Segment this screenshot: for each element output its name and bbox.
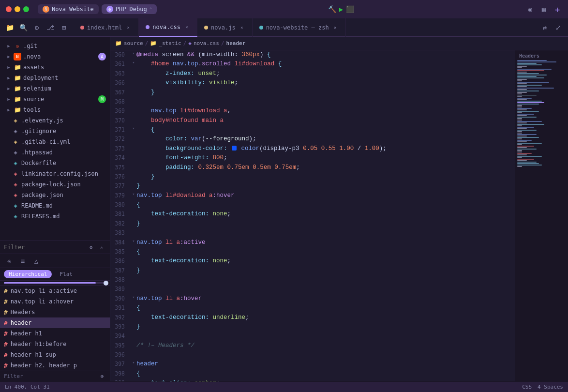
code-line-382: 382 } (110, 219, 515, 228)
settings-icon[interactable]: ⚙ (31, 22, 43, 33)
symbol-header-h1-before[interactable]: # header h1:before (0, 339, 110, 349)
symbol-nav-top-active[interactable]: # nav.top li a:active (0, 286, 110, 296)
expand-icon[interactable]: ⤢ (553, 22, 564, 33)
symbol-header[interactable]: # header (0, 317, 110, 328)
tab-nova-zsh-close[interactable]: × (332, 24, 339, 31)
fold-icon[interactable]: ▾ (132, 191, 135, 198)
titlebar-tab-debug[interactable]: ⚙ PHP Debug ⌃ (102, 4, 157, 14)
symbol-header-h1-sup[interactable]: # header h1 sup (0, 349, 110, 360)
maximize-button[interactable] (23, 6, 29, 12)
tree-item-package-lock[interactable]: ◈ package-lock.json (0, 179, 110, 190)
tree-item-tools[interactable]: ▶ 📁 tools (0, 105, 110, 115)
tab-nova-css[interactable]: nova.css × (139, 18, 197, 37)
filter-list-icon[interactable]: ≡ (17, 256, 28, 266)
filter-triangle-icon[interactable]: △ (31, 256, 42, 266)
fold-icon[interactable]: ▾ (132, 60, 135, 66)
hash-icon: # (4, 351, 8, 359)
fold-icon[interactable]: ▾ (132, 294, 135, 301)
tree-arrow-tools: ▶ (6, 107, 12, 112)
status-spaces[interactable]: 4 Spaces (538, 384, 563, 390)
tab-nova-js-close[interactable]: × (239, 24, 245, 31)
filter-tabs: Hierarchical Flat (0, 268, 110, 281)
folder-icon[interactable]: 📁 (4, 22, 15, 33)
tab-nova-css-close[interactable]: × (183, 24, 190, 30)
tree-label-linkinator: linkinator.config.json (21, 170, 98, 177)
tree-item-assets[interactable]: ▶ 📁 assets (0, 62, 110, 73)
line-content-374: font-weight: 800; (136, 153, 515, 163)
fold-icon[interactable]: ▾ (132, 125, 135, 132)
line-num-368: 368 (110, 97, 131, 106)
tree-item-releases[interactable]: ◈ RELEASES.md (0, 211, 110, 222)
code-editor[interactable]: 360 ▾ @media screen && (min-width: 360px… (110, 50, 515, 381)
tree-item-selenium[interactable]: ▶ 📁 selenium (0, 83, 110, 94)
code-line-379: 379 ▾ nav.top li#download a:hover (110, 191, 515, 200)
slider-track[interactable] (4, 282, 106, 284)
tree-item-package[interactable]: ◈ package.json (0, 190, 110, 200)
filter-asterisk-icon[interactable]: ✳ (4, 256, 15, 266)
sidebar-toolbar (0, 37, 110, 41)
tab-index-html[interactable]: index.html × (74, 18, 139, 37)
filter-expand-icon[interactable]: ⊕ (98, 373, 106, 380)
fold-icon[interactable]: ▾ (132, 50, 135, 57)
extensions-icon[interactable]: ⊞ (58, 22, 70, 33)
layout-icon[interactable]: ▦ (539, 4, 549, 14)
run-icon: ▶ (339, 5, 343, 13)
breadcrumb-source[interactable]: 📁 (115, 40, 122, 46)
tree-item-nova[interactable]: ▶ N .nova A (0, 51, 110, 62)
symbol-nav-top-hover[interactable]: # nav.top li a:hover (0, 296, 110, 307)
line-content-384: nav.top li a:active (136, 238, 515, 247)
tree-item-readme[interactable]: ◈ README.md (0, 200, 110, 211)
line-content-371: { (136, 125, 515, 135)
tree-item-source[interactable]: ▶ 📁 source M (0, 94, 110, 105)
tree-label-eleventy: .eleventy.js (21, 117, 63, 124)
line-num-397: 397 (110, 360, 131, 369)
eye-icon[interactable]: ◉ (525, 4, 535, 14)
split-icon[interactable]: ⇄ (539, 22, 551, 33)
filter-input[interactable] (4, 244, 85, 251)
filter-warning-icon[interactable]: ⚠ (97, 243, 106, 252)
git-icon[interactable]: ⎇ (45, 22, 56, 33)
file-icon-gitignore: ◈ (12, 127, 19, 135)
file-icon-htpasswd: ◈ (12, 149, 19, 156)
fold-icon[interactable]: ▾ (132, 360, 135, 366)
plus-icon[interactable]: + (553, 4, 562, 14)
line-content-360: @media screen && (min-width: 360px) { (136, 50, 515, 60)
line-content-390: nav.top li a:hover (136, 294, 515, 303)
tree-item-gitignore[interactable]: ◈ .gitignore (0, 126, 110, 136)
titlebar-tab-nova[interactable]: N Nova Website (38, 4, 99, 14)
fold-icon[interactable]: ▾ (132, 238, 135, 245)
breadcrumb-static-label: _static (159, 40, 181, 46)
line-num-384: 384 (110, 238, 131, 247)
symbol-headers[interactable]: # Headers (0, 307, 110, 317)
minimize-button[interactable] (15, 6, 20, 12)
filter-tab-flat[interactable]: Flat (55, 270, 77, 278)
tree-item-gitlab[interactable]: ◈ .gitlab-ci.yml (0, 136, 110, 147)
tree-item-deployment[interactable]: ▶ 📁 deployment (0, 73, 110, 83)
tree-item-eleventy[interactable]: ◈ .eleventy.js (0, 115, 110, 126)
close-button[interactable] (6, 6, 12, 12)
code-line-397: 397 ▾ header (110, 360, 515, 369)
tab-nova-zsh[interactable]: nova-website – zsh × (253, 18, 346, 37)
tree-item-git[interactable]: ▶ ⊙ .git (0, 41, 110, 51)
tab-index-html-close[interactable]: × (125, 24, 132, 31)
filter-tab-hierarchical[interactable]: Hierarchical (4, 270, 52, 278)
tree-item-dockerfile[interactable]: ◈ Dockerfile (0, 158, 110, 168)
search-icon[interactable]: 🔍 (17, 22, 29, 33)
slider-thumb[interactable] (104, 281, 108, 286)
folder-icon-deployment: 📁 (14, 74, 21, 82)
tab-nova-js-label: nova.js (211, 24, 236, 31)
tree-item-htpasswd[interactable]: ◈ .htpasswd (0, 147, 110, 158)
symbol-header-h1[interactable]: # header h1 (0, 328, 110, 339)
tree-label-releases: RELEASES.md (21, 213, 60, 220)
line-num-394: 394 (110, 332, 131, 341)
status-language[interactable]: CSS (522, 384, 532, 390)
symbol-header-h2[interactable]: # header h2. header p (0, 360, 110, 371)
tab-nova-js[interactable]: nova.js × (197, 18, 253, 37)
tree-label-nova: .nova (23, 53, 41, 60)
symbol-label-header: header (11, 319, 31, 326)
stop-icon: ⬛ (346, 5, 354, 13)
tree-item-linkinator[interactable]: ◈ linkinator.config.json (0, 168, 110, 179)
line-content-379: nav.top li#download a:hover (136, 191, 515, 200)
filter-settings-icon[interactable]: ⚙ (87, 243, 95, 252)
traffic-lights (6, 6, 29, 12)
